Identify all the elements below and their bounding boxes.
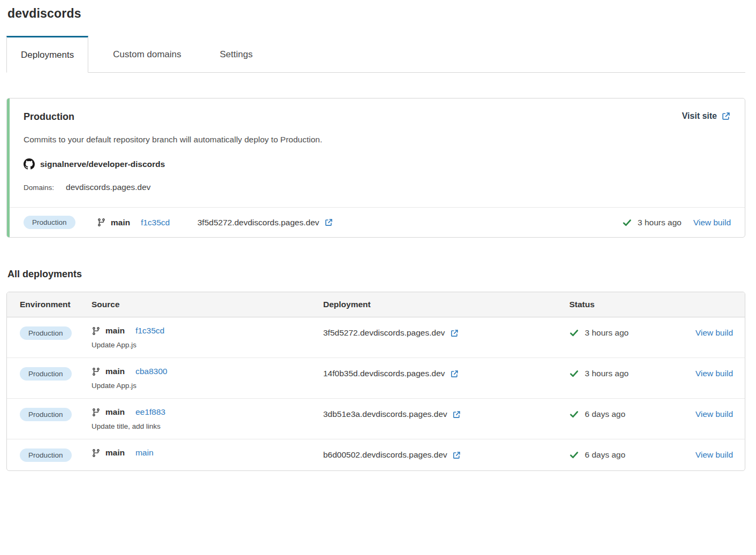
commit-message: Update title, add links (91, 422, 161, 430)
view-build-link[interactable]: View build (693, 218, 731, 227)
commit-link[interactable]: ee1f883 (135, 407, 165, 417)
view-build-link[interactable]: View build (696, 369, 733, 378)
git-branch-icon (91, 326, 101, 336)
external-link-icon (721, 111, 731, 121)
external-link-icon[interactable] (450, 329, 459, 338)
external-link-icon[interactable] (452, 410, 461, 419)
domains-label: Domains: (24, 184, 54, 192)
production-active-stripe (7, 98, 10, 237)
page: devdiscords Deployments Custom domains S… (0, 0, 756, 471)
page-title: devdiscords (7, 6, 745, 21)
production-card: Production Visit site Commits to your de… (6, 98, 745, 238)
external-link-icon[interactable] (324, 218, 333, 227)
deployment-url: 3f5d5272.devdiscords.pages.dev (323, 328, 445, 338)
environment-badge: Production (20, 326, 72, 340)
view-build-link[interactable]: View build (696, 409, 733, 419)
check-icon (569, 328, 579, 338)
repo-link[interactable]: signalnerve/developer-discords (40, 159, 165, 169)
branch-name: main (105, 326, 125, 336)
check-icon (569, 409, 579, 419)
external-link-icon[interactable] (452, 451, 461, 460)
tab-custom-domains-label: Custom domains (113, 49, 181, 60)
domains-value: devdiscords.pages.dev (66, 183, 151, 192)
tab-custom-domains[interactable]: Custom domains (99, 36, 195, 73)
column-status: Status (569, 300, 682, 309)
table-row: Production main f1c35cd Update App.js 3f… (7, 317, 745, 358)
git-branch-icon (91, 448, 101, 458)
production-card-title: Production (24, 111, 74, 123)
tab-settings[interactable]: Settings (206, 36, 266, 73)
external-link-icon[interactable] (450, 369, 459, 378)
deployment-url: b6d00502.devdiscords.pages.dev (323, 450, 447, 460)
all-deployments-heading: All deployments (7, 269, 745, 280)
branch-name: main (105, 367, 125, 376)
view-build-link[interactable]: View build (696, 328, 733, 338)
table-header: Environment Source Deployment Status (7, 292, 745, 317)
commit-link[interactable]: f1c35cd (135, 326, 164, 336)
production-deployment-row: Production main f1c35cd 3f5d5272.devdisc… (7, 207, 745, 237)
check-icon (622, 218, 632, 227)
commit-link[interactable]: main (135, 448, 154, 458)
commit-message: Update App.js (91, 341, 136, 349)
view-build-link[interactable]: View build (696, 450, 733, 460)
column-source: Source (91, 300, 323, 309)
deployment-url: 3db51e3a.devdiscords.pages.dev (323, 409, 447, 419)
environment-badge: Production (20, 448, 72, 462)
table-row: Production main ee1f883 Update title, ad… (7, 399, 745, 439)
production-description: Commits to your default repository branc… (24, 135, 731, 145)
deploy-time: 6 days ago (585, 450, 625, 460)
column-environment: Environment (20, 300, 91, 309)
column-deployment: Deployment (323, 300, 569, 309)
tab-bar: Deployments Custom domains Settings (6, 36, 745, 73)
production-card-body: Production Visit site Commits to your de… (7, 98, 745, 207)
tab-settings-label: Settings (220, 49, 253, 60)
branch-name: main (111, 218, 130, 227)
visit-site-link[interactable]: Visit site (682, 111, 731, 121)
tab-deployments-label: Deployments (21, 50, 74, 60)
tab-deployments[interactable]: Deployments (6, 36, 88, 73)
branch-name: main (105, 407, 125, 417)
deployment-url: 14f0b35d.devdiscords.pages.dev (323, 369, 445, 378)
environment-badge: Production (20, 408, 72, 421)
commit-link[interactable]: cba8300 (135, 367, 167, 376)
check-icon (569, 369, 579, 378)
table-row: Production main cba8300 Update App.js 14… (7, 358, 745, 399)
environment-badge: Production (24, 216, 75, 229)
git-branch-icon (91, 408, 101, 417)
deploy-time: 3 hours ago (638, 218, 682, 227)
deployment-url: 3f5d5272.devdiscords.pages.dev (197, 218, 319, 227)
branch-name: main (105, 448, 125, 458)
deployments-table: Environment Source Deployment Status Pro… (6, 292, 745, 471)
deploy-time: 3 hours ago (585, 369, 629, 378)
git-branch-icon (97, 218, 106, 227)
environment-badge: Production (20, 367, 72, 381)
commit-link[interactable]: f1c35cd (141, 218, 170, 227)
visit-site-label: Visit site (682, 111, 717, 121)
table-row: Production main main b6d00502.devdiscord… (7, 439, 745, 470)
git-branch-icon (91, 367, 101, 376)
github-icon (24, 158, 35, 170)
deploy-time: 3 hours ago (585, 328, 629, 338)
check-icon (569, 450, 579, 460)
commit-message: Update App.js (91, 382, 136, 390)
deploy-time: 6 days ago (585, 409, 625, 419)
